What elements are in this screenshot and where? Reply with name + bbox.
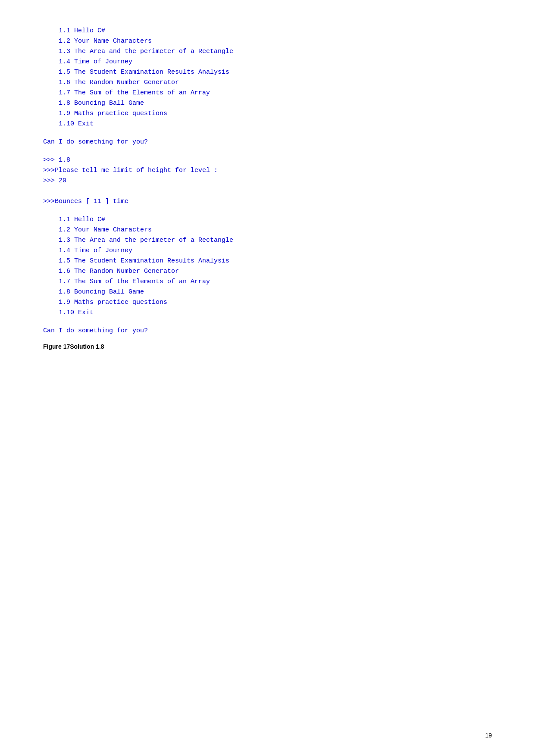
first-can-do: Can I do something for you? [43,137,492,147]
second-menu-item-10: 1.10 Exit [43,308,492,318]
menu-item-6: 1.6 The Random Number Generator [43,78,492,88]
figure-caption: Figure 17Solution 1.8 [43,343,492,350]
second-menu-item-3: 1.3 The Area and the perimeter of a Rect… [43,235,492,246]
menu-item-2: 1.2 Your Name Characters [43,36,492,47]
second-menu-block: 1.1 Hello C# 1.2 Your Name Characters 1.… [43,215,492,318]
menu-item-9: 1.9 Maths practice questions [43,109,492,119]
second-menu-item-7: 1.7 The Sum of the Elements of an Array [43,277,492,287]
second-menu-item-4: 1.4 Time of Journey [43,246,492,256]
second-menu-item-2: 1.2 Your Name Characters [43,225,492,235]
menu-item-4: 1.4 Time of Journey [43,57,492,67]
prompt-4: >>>Bounces [ 11 ] time [43,197,492,207]
prompt-2: >>>Please tell me limit of height for le… [43,166,492,176]
menu-item-5: 1.5 The Student Examination Results Anal… [43,67,492,78]
second-menu-item-9: 1.9 Maths practice questions [43,297,492,308]
first-menu-block: 1.1 Hello C# 1.2 Your Name Characters 1.… [43,26,492,129]
menu-item-1: 1.1 Hello C# [43,26,492,36]
second-can-do: Can I do something for you? [43,326,492,336]
prompt-1: >>> 1.8 [43,155,492,166]
second-menu-item-5: 1.5 The Student Examination Results Anal… [43,256,492,266]
second-menu-item-1: 1.1 Hello C# [43,215,492,225]
menu-item-7: 1.7 The Sum of the Elements of an Array [43,88,492,98]
menu-item-10: 1.10 Exit [43,119,492,129]
prompt-3: >>> 20 [43,176,492,186]
page-container: 1.1 Hello C# 1.2 Your Name Characters 1.… [0,0,535,756]
prompts-block: >>> 1.8 >>>Please tell me limit of heigh… [43,155,492,207]
menu-item-3: 1.3 The Area and the perimeter of a Rect… [43,47,492,57]
page-number: 19 [485,732,492,739]
menu-item-8: 1.8 Bouncing Ball Game [43,98,492,109]
second-menu-item-8: 1.8 Bouncing Ball Game [43,287,492,297]
second-menu-item-6: 1.6 The Random Number Generator [43,266,492,277]
prompt-spacer [43,186,492,197]
